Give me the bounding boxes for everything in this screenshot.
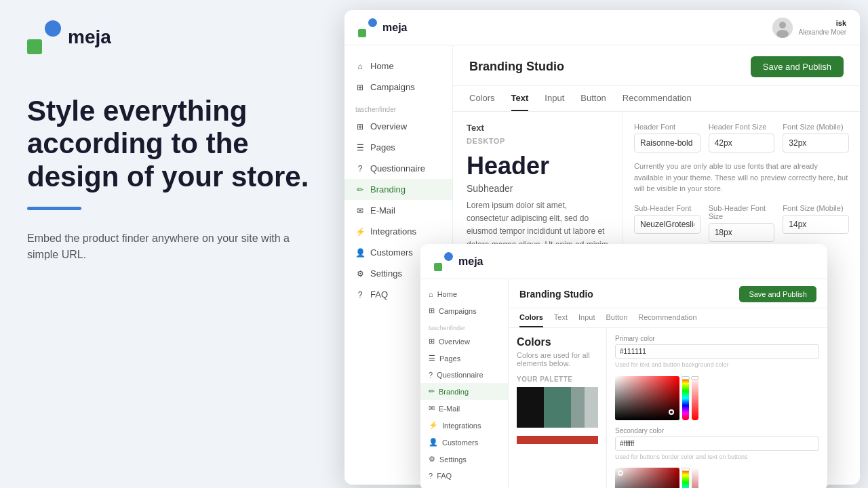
sidebar-item-branding[interactable]: ✏ Branding xyxy=(344,179,452,200)
palette-label: YOUR PALETTE xyxy=(517,375,598,383)
primary-color-picker[interactable] xyxy=(615,376,679,420)
primary-color-note: Used for text and button background colo… xyxy=(615,361,819,369)
tab-recommendation[interactable]: Recommendation xyxy=(623,86,692,111)
subheader-font-row: Sub-Header Font Sub-Header Font Size Fon… xyxy=(634,204,849,242)
front-overview-label: Overview xyxy=(439,338,470,346)
front-sidebar-questionnaire[interactable]: ? Questionnaire xyxy=(420,367,508,383)
front-home-label: Home xyxy=(437,290,457,298)
header-mobile-input[interactable] xyxy=(783,134,849,152)
sidebar-item-home[interactable]: ⌂ Home xyxy=(344,56,452,77)
front-tab-colors[interactable]: Colors xyxy=(519,308,543,327)
subheader-mobile-input[interactable] xyxy=(783,215,849,234)
left-section: meja Style everything according to the d… xyxy=(0,0,342,488)
swatch-4[interactable] xyxy=(585,387,598,428)
front-sidebar-settings[interactable]: ⚙ Settings xyxy=(420,451,508,468)
main-header: Branding Studio Save and Publish xyxy=(453,45,860,86)
front-topbar-circle xyxy=(444,252,453,261)
front-save-button[interactable]: Save and Publish xyxy=(739,286,816,302)
overview-icon: ⊞ xyxy=(355,122,365,131)
front-sidebar-integrations[interactable]: ⚡ Integrations xyxy=(420,417,508,434)
colors-subtitle: Colors are used for all elements below. xyxy=(517,351,598,367)
front-topbar-logo: meja xyxy=(434,252,483,271)
hero-underline xyxy=(27,207,81,210)
subheader-font-input[interactable] xyxy=(634,215,701,234)
front-customers-label: Customers xyxy=(442,439,478,447)
front-sidebar-branding[interactable]: ✏ Branding xyxy=(420,383,508,400)
header-font-input[interactable] xyxy=(634,134,701,152)
front-content-area: Colors Colors are used for all elements … xyxy=(509,328,827,488)
swatch-2[interactable] xyxy=(544,387,571,428)
primary-color-picker-row xyxy=(615,376,819,420)
front-tab-recommendation[interactable]: Recommendation xyxy=(638,308,696,327)
sidebar-item-campaigns[interactable]: ⊞ Campaigns xyxy=(344,77,452,98)
subheader-mobile-label: Font Size (Mobile) xyxy=(783,204,849,212)
front-sidebar-overview[interactable]: ⊞ Overview xyxy=(420,333,508,350)
header-font-row: Header Font Header Font Size Font Size (… xyxy=(634,123,849,152)
secondary-color-input[interactable] xyxy=(615,436,819,451)
front-sidebar-pages[interactable]: ☰ Pages xyxy=(420,350,508,367)
red-accent-bar xyxy=(517,436,598,444)
sidebar-item-questionnaire[interactable]: ? Questionnaire xyxy=(344,158,452,179)
tab-text[interactable]: Text xyxy=(511,86,529,111)
swatch-3[interactable] xyxy=(571,387,585,428)
front-customers-icon: 👤 xyxy=(429,438,438,447)
sidebar-home-label: Home xyxy=(370,61,394,71)
sidebar-item-overview[interactable]: ⊞ Overview xyxy=(344,116,452,137)
front-questionnaire-icon: ? xyxy=(429,371,433,379)
front-topbar: meja xyxy=(420,244,827,279)
sidebar-pages-label: Pages xyxy=(370,142,395,152)
campaigns-icon: ⊞ xyxy=(355,83,365,92)
front-overview-icon: ⊞ xyxy=(429,337,435,346)
primary-hue-slider[interactable] xyxy=(682,376,689,420)
tab-input[interactable]: Input xyxy=(545,86,564,111)
topbar-user: isk Alexandre Moer xyxy=(772,18,846,38)
logo-circle xyxy=(45,20,61,37)
user-avatar xyxy=(772,18,793,38)
front-topbar-brand: meja xyxy=(458,256,483,268)
svg-rect-6 xyxy=(615,468,679,488)
front-left-panel: Colors Colors are used for all elements … xyxy=(509,328,607,488)
pages-icon: ☰ xyxy=(355,143,365,152)
front-branding-icon: ✏ xyxy=(429,387,435,396)
sidebar-settings-label: Settings xyxy=(370,268,402,279)
front-sidebar-faq[interactable]: ? FAQ xyxy=(420,468,508,484)
primary-opacity-slider[interactable] xyxy=(692,376,698,420)
sidebar-faq-label: FAQ xyxy=(370,289,388,300)
swatch-1[interactable] xyxy=(517,387,544,428)
tab-button[interactable]: Button xyxy=(580,86,606,111)
front-settings-label: Settings xyxy=(439,455,467,464)
front-tab-input[interactable]: Input xyxy=(578,308,595,327)
sidebar-item-pages[interactable]: ☰ Pages xyxy=(344,137,452,158)
front-tabs: Colors Text Input Button Recommendation xyxy=(509,308,827,328)
front-topbar-logo-icon xyxy=(434,252,453,271)
sidebar-item-email[interactable]: ✉ E-Mail xyxy=(344,200,452,221)
front-tab-text[interactable]: Text xyxy=(554,308,568,327)
front-sidebar-customers[interactable]: 👤 Customers xyxy=(420,434,508,451)
left-logo: meja xyxy=(27,20,315,54)
secondary-hue-handle xyxy=(682,468,690,471)
customers-icon: 👤 xyxy=(355,248,365,258)
email-icon: ✉ xyxy=(355,206,365,216)
secondary-hue-slider[interactable] xyxy=(682,468,689,488)
front-right-panel: Primary color Used for text and button b… xyxy=(607,328,827,488)
front-main-title: Branding Studio xyxy=(519,289,593,300)
front-sidebar-email[interactable]: ✉ E-Mail xyxy=(420,400,508,417)
sidebar-questionnaire-label: Questionnaire xyxy=(370,163,425,174)
sidebar-item-integrations[interactable]: ⚡ Integrations xyxy=(344,221,452,242)
primary-color-input[interactable] xyxy=(615,344,819,359)
header-size-field: Header Font Size xyxy=(709,123,775,152)
front-sidebar-home[interactable]: ⌂ Home xyxy=(420,286,508,302)
save-publish-button[interactable]: Save and Publish xyxy=(751,56,844,77)
primary-color-section: Primary color Used for text and button b… xyxy=(615,335,819,369)
front-sidebar-campaigns[interactable]: ⊞ Campaigns xyxy=(420,302,508,319)
secondary-opacity-slider[interactable] xyxy=(692,468,698,488)
front-tab-button[interactable]: Button xyxy=(606,308,628,327)
user-info: isk Alexandre Moer xyxy=(798,18,846,37)
tab-colors[interactable]: Colors xyxy=(469,86,495,111)
tabs: Colors Text Input Button Recommendation xyxy=(453,86,860,112)
subheader-size-input[interactable] xyxy=(709,223,775,242)
header-font-label: Header Font xyxy=(634,123,701,131)
secondary-color-picker[interactable] xyxy=(615,468,679,488)
header-size-input[interactable] xyxy=(709,134,775,152)
front-email-label: E-Mail xyxy=(439,405,460,413)
